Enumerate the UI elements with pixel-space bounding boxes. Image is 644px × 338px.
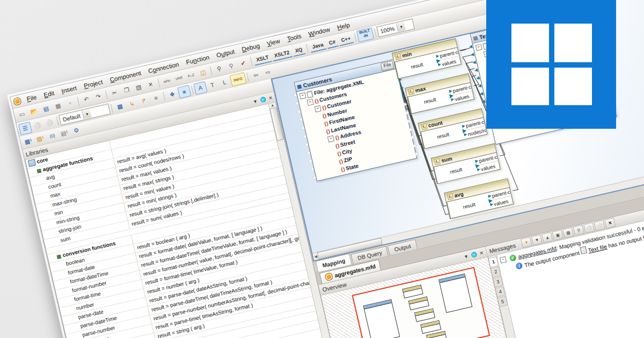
new-file-icon[interactable]: ▭ [15,107,29,121]
validate-icon[interactable]: ✔ [236,56,250,70]
next-message-icon[interactable]: ▼ [531,234,543,246]
back-icon[interactable]: ⇦ [249,68,263,82]
function-box-sum[interactable]: fₓ sum parent-context result values [431,143,501,184]
save-icon[interactable]: ▤ [39,102,53,115]
copy-message-icon[interactable]: ▣ [552,230,564,241]
xslt1-button[interactable]: XSLT [252,52,272,66]
connector-icon[interactable] [469,45,473,49]
java-button[interactable]: Java [309,39,327,53]
connector-icon[interactable] [478,84,481,88]
connector-icon[interactable] [292,93,296,97]
connector-icon[interactable] [471,53,474,56]
user2-icon[interactable]: ⚪ [594,220,605,231]
value-map-icon[interactable]: ◫ [196,65,210,79]
insert-folder-icon[interactable]: ↳ [125,97,139,110]
auto-connect-icon[interactable]: ⨳ [177,85,191,98]
message-link[interactable]: Text file [588,243,608,254]
function-box-max[interactable]: fₓ max parent-context result values [405,74,474,114]
add-text-component-icon[interactable]: ▤¹ [57,126,71,139]
add-json-component-icon[interactable]: {0} [45,129,59,142]
connector-icon[interactable] [308,159,312,163]
expander-icon[interactable]: − [500,256,507,263]
connector-icon[interactable] [312,176,316,180]
connector-icon[interactable] [295,101,298,105]
panel-menu-icon[interactable]: ▼ [463,253,469,260]
connector-icon[interactable] [413,144,417,148]
expander-icon[interactable]: − [314,105,321,112]
connector-icon[interactable] [474,69,478,72]
filter-icon[interactable]: ▾ [521,237,532,248]
text-view-t-button[interactable]: T [206,78,219,92]
close-icon[interactable]: ✕ [479,249,484,255]
connector-icon[interactable] [415,152,419,156]
expander-icon[interactable]: − [327,135,334,142]
csharp-button[interactable]: C# [325,36,339,49]
chevron-down-icon[interactable]: ▼ [82,109,92,119]
undo-icon[interactable]: ↶ [79,92,93,106]
align-users2-icon[interactable]: ⚪ [42,116,56,129]
connector-icon[interactable] [297,110,301,114]
connector-icon[interactable] [304,143,308,146]
input-connector-icon[interactable] [477,167,480,171]
connector-icon[interactable] [404,102,408,106]
connector-icon[interactable] [472,61,476,64]
query-user-icon[interactable]: ⚙ [69,123,83,137]
copy-icon[interactable]: ❐ [120,83,134,97]
connector-icon[interactable] [408,119,412,123]
input-connector-icon[interactable] [451,98,455,101]
list-icon[interactable]: ≡ [149,91,163,105]
find-message-icon[interactable]: ⚲ [573,225,584,236]
expander-icon[interactable]: − [299,92,306,99]
align-users-icon[interactable]: ⚪ [30,119,44,132]
connector-icon[interactable] [481,100,485,104]
insert-xml-icon[interactable]: ▩ [113,100,127,113]
input-connector-icon[interactable] [437,63,441,67]
connector-icon[interactable] [406,111,409,114]
connector-icon[interactable] [400,86,404,90]
close-icon[interactable]: ✕ [268,94,273,100]
scroll-up-icon[interactable]: ▲ [270,103,274,107]
cut-icon[interactable]: ✂ [107,86,121,99]
info-bubble-button[interactable]: INFO [230,72,247,86]
chevron-down-icon[interactable]: ▼ [396,21,406,32]
prev-message-icon[interactable]: ▲ [541,232,553,244]
insert-folder2-icon[interactable]: ↱ [137,94,151,107]
text-view-a-button[interactable]: A [193,81,207,94]
sort-icon[interactable]: A↓Z [184,68,198,82]
xquery-button[interactable]: XQ [291,43,306,57]
connector-icon[interactable] [310,167,313,171]
open-file-icon[interactable]: 📂 [27,105,41,118]
expander-icon[interactable]: − [475,44,482,51]
builtin-button[interactable]: BUILT-IN [356,27,374,42]
connector-icon[interactable] [298,118,302,122]
where-clause-icon[interactable]: whe [160,74,174,87]
connect-matching-icon[interactable]: ❖ [165,87,179,101]
connector-icon[interactable] [409,127,413,131]
clear-icon[interactable]: ✕ [604,218,616,229]
input-connector-icon[interactable] [464,133,467,136]
redo-icon[interactable]: ↷ [91,90,105,103]
scroll-left-icon[interactable]: ◀ [314,254,318,259]
function-box-count[interactable]: fₓ count parent-context result nodes/row… [418,108,488,149]
pin-icon[interactable]: ⛎ [260,96,267,102]
connector-icon[interactable] [301,126,304,130]
menu-edit[interactable]: Edit [39,88,59,100]
add-db-component-icon[interactable]: ▨¹ [33,131,47,145]
forward-icon[interactable]: ⇨ [261,65,275,79]
add-xml-component-icon[interactable]: ▩¹ [21,135,35,148]
find-next-icon[interactable]: ⚲ [224,59,238,72]
component-list-icon[interactable]: ☰ [18,121,32,135]
menu-file[interactable]: File [22,92,41,104]
connector-icon[interactable] [480,92,484,95]
save-all-icon[interactable]: ▦ [51,99,65,112]
expander-icon[interactable]: − [307,99,314,106]
delete-icon[interactable]: ✕ [144,78,158,91]
variable-icon[interactable]: VAR [172,71,186,84]
find-icon[interactable]: ⚲ [212,62,226,75]
connector-icon[interactable] [306,151,310,155]
cpp-button[interactable]: C++ [338,32,355,46]
input-connector-icon[interactable] [490,202,494,206]
connector-icon[interactable] [412,135,415,139]
pin-icon[interactable]: ⛎ [471,251,478,258]
print-icon[interactable]: ▫ [63,96,77,109]
